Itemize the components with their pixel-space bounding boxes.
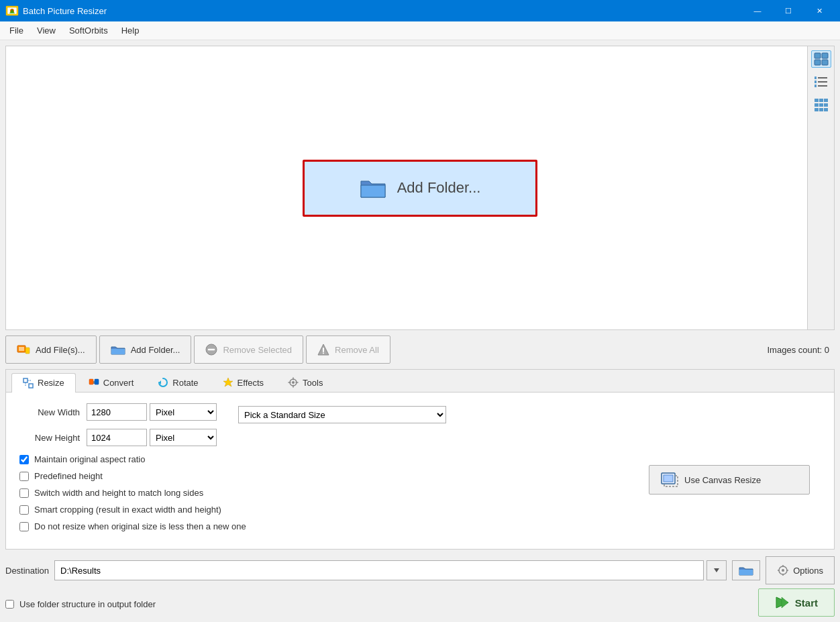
tab-rotate[interactable]: Rotate [146,372,209,392]
folder-structure-row: Use folder structure in output folder [5,599,156,609]
svg-rect-24 [19,347,24,351]
main-content: Add Folder... [0,40,840,622]
destination-input[interactable] [54,560,704,580]
svg-rect-35 [89,379,93,384]
menu-file[interactable]: File [3,23,30,38]
svg-rect-17 [815,103,819,107]
maximize-button[interactable]: ☐ [773,0,804,21]
destination-dropdown-button[interactable] [706,560,727,580]
images-count: Images count: 0 [768,345,835,355]
menu-softorbits[interactable]: SoftOrbits [62,23,115,38]
tab-tools-label: Tools [303,378,323,388]
destination-label: Destination [5,566,49,576]
svg-marker-55 [782,597,788,608]
maintain-aspect-label: Maintain original aspect ratio [34,454,145,464]
svg-rect-5 [822,53,828,58]
remove-all-button[interactable]: Remove All [306,335,390,364]
tab-convert-label: Convert [103,378,134,388]
maintain-aspect-checkbox[interactable] [19,455,29,464]
options-label: Options [793,566,823,576]
close-button[interactable]: ✕ [804,0,835,21]
options-button[interactable]: Options [766,556,835,584]
folder-structure-checkbox[interactable] [5,600,14,609]
switch-width-height-row: Switch width and height to match long si… [19,488,246,498]
svg-rect-13 [815,85,817,87]
svg-rect-32 [29,384,33,388]
svg-rect-21 [819,108,823,111]
toolbar-row: Add File(s)... Add Folder... Remove Sele… [5,335,835,364]
no-resize-checkbox[interactable] [19,522,29,531]
tab-convert[interactable]: Convert [77,372,146,392]
svg-rect-22 [824,108,828,111]
bottom-row: Destination Options [5,556,835,584]
app-title: Batch Picture Resizer [23,6,742,16]
add-folder-center-button[interactable]: Add Folder... [303,160,537,217]
tab-rotate-label: Rotate [172,378,198,388]
svg-rect-9 [818,81,827,83]
height-unit-select[interactable]: Pixel Percent Centimeter Inch [150,429,217,446]
new-width-input[interactable] [87,403,147,421]
smart-cropping-row: Smart cropping (result in exact width an… [19,505,246,515]
tab-effects[interactable]: Effects [211,372,276,392]
tab-effects-label: Effects [238,378,264,388]
svg-rect-10 [818,85,827,87]
svg-marker-47 [714,568,719,572]
add-folder-button[interactable]: Add Folder... [99,335,192,364]
add-folder-center-label: Add Folder... [397,179,481,197]
start-button[interactable]: Start [758,588,835,617]
svg-rect-11 [815,76,817,79]
svg-rect-4 [815,53,821,58]
svg-rect-7 [822,60,828,65]
svg-rect-12 [815,81,817,83]
new-height-label: New Height [19,433,80,443]
new-height-input[interactable] [87,429,147,446]
titlebar: Batch Picture Resizer — ☐ ✕ [0,0,840,21]
canvas-resize-button[interactable]: Use Canvas Resize [649,465,810,495]
svg-rect-36 [95,379,99,384]
settings-panel: Resize Convert Rotate [5,369,835,550]
maintain-aspect-row: Maintain original aspect ratio [19,454,246,464]
browse-destination-button[interactable] [732,560,760,580]
svg-rect-31 [23,378,28,382]
svg-rect-20 [815,108,819,111]
add-files-button[interactable]: Add File(s)... [5,335,97,364]
svg-rect-25 [25,348,30,354]
tab-resize-label: Resize [38,378,64,388]
width-unit-select[interactable]: Pixel Percent Centimeter Inch [150,403,217,421]
canvas-resize-label: Use Canvas Resize [684,475,761,485]
predefined-height-checkbox[interactable] [19,472,29,481]
tab-resize[interactable]: Resize [11,373,76,393]
remove-selected-label: Remove Selected [223,345,292,355]
remove-selected-button[interactable]: Remove Selected [194,335,303,364]
tab-tools[interactable]: Tools [276,372,334,392]
svg-point-40 [292,381,295,384]
menu-view[interactable]: View [30,23,62,38]
file-list-panel: Add Folder... [5,46,835,330]
svg-point-49 [782,569,784,572]
switch-width-height-label: Switch width and height to match long si… [34,488,203,498]
svg-rect-8 [818,77,827,79]
app-icon [5,4,19,17]
view-grid-button[interactable] [811,96,831,113]
tabs-row: Resize Convert Rotate [6,370,834,393]
svg-rect-46 [664,475,673,482]
no-resize-row: Do not resize when original size is less… [19,521,246,531]
folder-structure-label: Use folder structure in output folder [19,599,156,609]
svg-rect-18 [819,103,823,107]
add-files-label: Add File(s)... [36,345,85,355]
minimize-button[interactable]: — [742,0,773,21]
height-row: New Height Pixel Percent Centimeter Inch [19,429,217,446]
menu-help[interactable]: Help [115,23,146,38]
svg-marker-38 [223,378,233,386]
predefined-height-row: Predefined height [19,471,246,481]
smart-cropping-checkbox[interactable] [19,505,29,515]
view-list-button[interactable] [811,73,831,91]
titlebar-controls: — ☐ ✕ [742,0,835,21]
switch-width-height-checkbox[interactable] [19,488,29,498]
standard-size-select[interactable]: Pick a Standard Size [238,406,446,423]
predefined-height-label: Predefined height [34,471,103,481]
view-thumbnails-button[interactable] [811,50,831,68]
svg-rect-6 [815,60,821,65]
svg-rect-19 [824,103,828,107]
resize-settings: New Width Pixel Percent Centimeter Inch … [6,393,834,549]
